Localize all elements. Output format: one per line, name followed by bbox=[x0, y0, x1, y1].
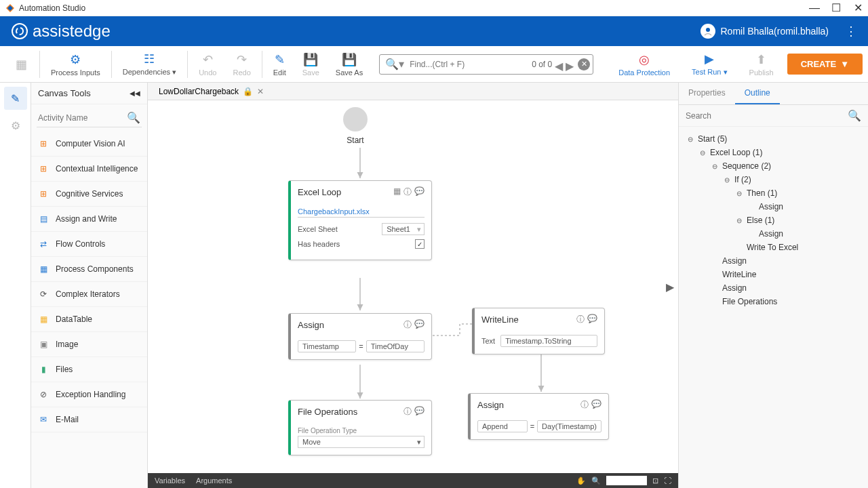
start-circle-icon bbox=[343, 107, 368, 131]
tree-else[interactable]: ⊖Else (1) bbox=[686, 214, 861, 227]
create-button[interactable]: CREATE ▼ bbox=[787, 54, 863, 75]
writeline-node[interactable]: WriteLine ⓘ💬 Text Timestamp.ToString bbox=[472, 308, 605, 354]
tab-close-icon[interactable]: ✕ bbox=[257, 87, 264, 96]
assign-left-input[interactable]: Timestamp bbox=[298, 340, 356, 352]
sheet-select[interactable]: Sheet1 ▾ bbox=[382, 223, 425, 235]
info-icon[interactable]: ⓘ bbox=[580, 399, 589, 411]
fullscreen-icon[interactable]: ⛶ bbox=[664, 476, 671, 485]
file-op-type-select[interactable]: Move▾ bbox=[298, 436, 425, 448]
tree-start[interactable]: ⊖Start (5) bbox=[686, 132, 861, 146]
tree-if[interactable]: ⊖If (2) bbox=[686, 173, 861, 186]
redo-button[interactable]: ↷ Redo bbox=[224, 49, 258, 79]
tool-process-components[interactable]: ▦Process Components bbox=[31, 257, 147, 282]
comment-icon[interactable]: 💬 bbox=[414, 319, 425, 331]
tree-excel-loop[interactable]: ⊖Excel Loop (1) bbox=[686, 146, 861, 159]
tool-image[interactable]: ▣Image bbox=[31, 332, 147, 357]
save-icon: 💾 bbox=[303, 52, 318, 67]
tab-properties[interactable]: Properties bbox=[679, 83, 735, 104]
rail-settings-button[interactable]: ⚙ bbox=[4, 114, 27, 137]
comment-icon[interactable]: 💬 bbox=[414, 406, 425, 418]
start-node[interactable]: Start bbox=[343, 107, 368, 145]
rail-edit-button[interactable]: ✎ bbox=[4, 87, 27, 110]
tree-writeline[interactable]: WriteLine bbox=[686, 268, 861, 281]
find-next-icon[interactable]: ▶ bbox=[566, 60, 575, 69]
tool-assign-write[interactable]: ▤Assign and Write bbox=[31, 207, 147, 232]
tree-assign[interactable]: Assign bbox=[686, 254, 861, 268]
grid-icon[interactable]: ▦ bbox=[393, 186, 401, 198]
tree-fileops[interactable]: File Operations bbox=[686, 295, 861, 308]
dependencies-button[interactable]: ☷ Dependencies ▾ bbox=[115, 49, 184, 79]
tree-sequence[interactable]: ⊖Sequence (2) bbox=[686, 159, 861, 173]
tab-lowdollarchargeback[interactable]: LowDollarChargeback 🔒 ✕ bbox=[153, 84, 269, 99]
close-button[interactable]: ✕ bbox=[853, 3, 863, 13]
comment-icon[interactable]: 💬 bbox=[587, 314, 597, 325]
maximize-button[interactable]: ☐ bbox=[831, 3, 841, 13]
assign-right-input[interactable]: TimeOfDay bbox=[366, 340, 425, 352]
save-as-button[interactable]: 💾 Save As bbox=[328, 49, 371, 79]
save-button[interactable]: 💾 Save bbox=[294, 49, 328, 79]
expand-canvas-icon[interactable]: ▶ bbox=[666, 281, 674, 293]
user-icon bbox=[701, 24, 715, 39]
info-icon[interactable]: ⓘ bbox=[403, 186, 412, 198]
tool-exception-handling[interactable]: ⊘Exception Handling bbox=[31, 382, 147, 407]
collapse-icon[interactable]: ◀◀ bbox=[130, 89, 140, 97]
tool-email[interactable]: ✉E-Mail bbox=[31, 407, 147, 432]
file-operations-node[interactable]: File Operations ⓘ💬 File Operation Type M… bbox=[288, 400, 432, 455]
tool-files[interactable]: ▮Files bbox=[31, 357, 147, 382]
publish-button[interactable]: ⬆ Publish bbox=[741, 49, 782, 79]
apps-icon[interactable]: ▦ bbox=[16, 57, 27, 72]
tree-write-excel[interactable]: Write To Excel bbox=[686, 241, 861, 254]
minimize-button[interactable]: — bbox=[810, 3, 819, 13]
props-tabs: Properties Outline bbox=[679, 83, 868, 105]
kebab-menu-icon[interactable]: ⋮ bbox=[845, 24, 857, 39]
info-icon[interactable]: ⓘ bbox=[403, 406, 412, 418]
excel-loop-node[interactable]: Excel Loop ▦ⓘ💬 ChargebackInput.xlsx Exce… bbox=[288, 180, 432, 260]
info-icon[interactable]: ⓘ bbox=[403, 319, 412, 331]
pan-icon[interactable]: ✋ bbox=[576, 476, 586, 485]
publish-icon: ⬆ bbox=[756, 52, 766, 67]
tools-search-input[interactable] bbox=[38, 113, 127, 123]
data-protection-button[interactable]: ◎ Data Protection bbox=[610, 49, 678, 79]
fit-icon[interactable]: ⊡ bbox=[652, 476, 658, 485]
outline-search[interactable]: 🔍 bbox=[679, 105, 868, 127]
variables-tab[interactable]: Variables bbox=[155, 476, 185, 485]
comment-icon[interactable]: 💬 bbox=[414, 186, 425, 198]
canvas[interactable]: Start Excel Loop ▦ⓘ💬 ChargebackInput.xls… bbox=[148, 100, 678, 473]
arguments-tab[interactable]: Arguments bbox=[196, 476, 232, 485]
has-headers-checkbox[interactable]: ✓ bbox=[415, 239, 425, 249]
find-prev-icon[interactable]: ◀ bbox=[555, 60, 564, 69]
tool-computer-vision[interactable]: ⊞Computer Vision AI bbox=[31, 131, 147, 157]
tool-flow-controls[interactable]: ⇄Flow Controls bbox=[31, 232, 147, 257]
assign-node-2[interactable]: Assign ⓘ💬 Append = Day(Timestamp) bbox=[468, 393, 609, 440]
test-run-button[interactable]: ▶ Test Run ▾ bbox=[684, 49, 735, 79]
tool-complex-iterators[interactable]: ⟳Complex Iterators bbox=[31, 282, 147, 307]
outline-search-input[interactable] bbox=[686, 111, 848, 121]
tool-contextual-intelligence[interactable]: ⊞Contextual Intelligence bbox=[31, 157, 147, 182]
zoom-input[interactable] bbox=[606, 476, 647, 485]
user-area[interactable]: Romil Bhalla(romil.bhalla) ⋮ bbox=[701, 24, 858, 39]
zoom-icon[interactable]: 🔍 bbox=[591, 476, 601, 485]
writeline-text-input[interactable]: Timestamp.ToString bbox=[500, 335, 597, 347]
find-close-icon[interactable]: ✕ bbox=[578, 58, 590, 70]
tool-datatable[interactable]: ▦DataTable bbox=[31, 307, 147, 332]
svg-point-2 bbox=[12, 24, 27, 39]
comment-icon[interactable]: 💬 bbox=[591, 399, 601, 411]
undo-button[interactable]: ↶ Undo bbox=[191, 49, 224, 79]
tree-assign-then[interactable]: Assign bbox=[686, 200, 861, 214]
tool-cognitive-services[interactable]: ⊞Cognitive Services bbox=[31, 182, 147, 207]
process-inputs-button[interactable]: ⚙ Process Inputs bbox=[43, 49, 108, 79]
svg-point-3 bbox=[16, 28, 23, 35]
assign2-left-input[interactable]: Append bbox=[477, 420, 528, 432]
assign-node-1[interactable]: Assign ⓘ💬 Timestamp = TimeOfDay bbox=[288, 313, 432, 360]
tab-outline[interactable]: Outline bbox=[735, 83, 780, 104]
info-icon[interactable]: ⓘ bbox=[576, 314, 585, 325]
assign2-right-input[interactable]: Day(Timestamp) bbox=[537, 420, 601, 432]
tree-assign2[interactable]: Assign bbox=[686, 281, 861, 295]
excel-file-link[interactable]: ChargebackInput.xlsx bbox=[298, 207, 425, 218]
find-box[interactable]: 🔍▾ 0 of 0 ◀ ▶ ✕ bbox=[379, 54, 593, 75]
tree-then[interactable]: ⊖Then (1) bbox=[686, 186, 861, 200]
tree-assign-else[interactable]: Assign bbox=[686, 227, 861, 241]
tools-search[interactable]: 🔍 bbox=[37, 108, 142, 127]
find-input[interactable] bbox=[407, 60, 529, 69]
edit-button[interactable]: ✎ Edit bbox=[265, 49, 294, 79]
